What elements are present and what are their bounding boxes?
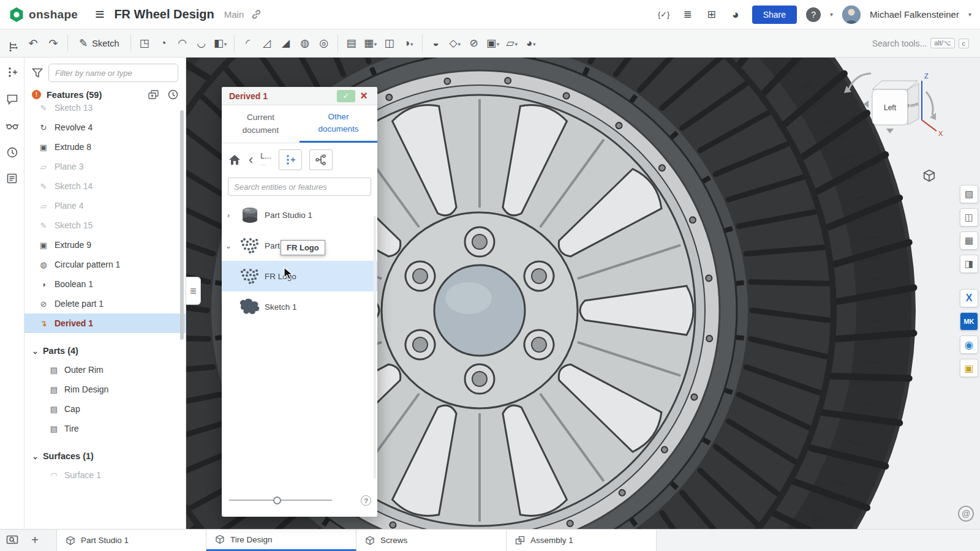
cad-app-icon[interactable]: ◫ bbox=[960, 208, 978, 227]
tool-shell[interactable]: ◍ bbox=[296, 34, 314, 53]
x-app-icon[interactable]: X bbox=[960, 289, 978, 307]
sketch-button[interactable]: ✎ Sketch bbox=[73, 34, 126, 52]
redo-button[interactable]: ↷ bbox=[44, 37, 62, 50]
tool-linear-pattern[interactable]: ▦▾ bbox=[362, 34, 379, 53]
globe-app-icon[interactable]: ◉ bbox=[960, 335, 978, 354]
tool-sheet-metal[interactable]: ▱▾ bbox=[503, 34, 521, 53]
notes-icon[interactable] bbox=[6, 173, 18, 184]
tool-fillet[interactable]: ◜ bbox=[239, 34, 257, 53]
workspace-name[interactable]: Main bbox=[224, 9, 244, 20]
chevron-right-icon[interactable]: › bbox=[222, 211, 235, 220]
help-icon[interactable]: ? bbox=[806, 7, 821, 22]
feature-item-extrude-8[interactable]: ▣Extrude 8 bbox=[24, 137, 186, 157]
tool-transform[interactable]: ◇▾ bbox=[447, 34, 464, 53]
duplicate-icon[interactable] bbox=[148, 90, 159, 99]
tab-current-document[interactable]: Current document bbox=[222, 105, 300, 143]
tab-assembly-1[interactable]: Assembly 1 bbox=[507, 530, 657, 551]
home-icon[interactable] bbox=[228, 154, 241, 166]
feature-item-sketch-14[interactable]: ✎Sketch 14 bbox=[24, 176, 186, 196]
view-cube[interactable]: Left Front Z X bbox=[834, 66, 944, 158]
history-icon[interactable] bbox=[7, 147, 18, 158]
tool-draft[interactable]: ◢ bbox=[277, 34, 295, 53]
tool-boolean[interactable]: ◑▾ bbox=[400, 34, 417, 53]
render-studio-icon[interactable]: ▨ bbox=[960, 185, 978, 203]
tool-surface[interactable]: ◕▾ bbox=[522, 34, 540, 53]
feature-item-circular-pattern-1[interactable]: ◍Circular pattern 1 bbox=[24, 255, 186, 274]
mk-app-icon[interactable]: MK bbox=[960, 312, 978, 331]
user-caret-icon[interactable]: ▾ bbox=[968, 11, 971, 18]
tab-other-documents[interactable]: Other documents bbox=[300, 105, 377, 143]
feature-item-plane-4[interactable]: ▱Plane 4 bbox=[24, 196, 186, 216]
configurations-icon[interactable] bbox=[6, 66, 18, 78]
surface-item-surface-1[interactable]: ◠Surface 1 bbox=[24, 465, 186, 485]
part-item-cap[interactable]: ▤Cap bbox=[24, 399, 186, 419]
tool-thicken[interactable]: ◧▾ bbox=[212, 34, 229, 53]
dialog-scrollbar[interactable] bbox=[374, 216, 376, 479]
part-item-outer-rim[interactable]: ▤Outer Rim bbox=[24, 360, 186, 380]
dialog-help-icon[interactable]: ? bbox=[361, 495, 371, 506]
user-avatar[interactable] bbox=[842, 6, 861, 24]
search-tools[interactable]: Search tools... alt/⌥ c bbox=[872, 38, 975, 48]
apps-grid-icon[interactable]: ⊞ bbox=[704, 8, 719, 21]
layers-app-icon[interactable]: ▦ bbox=[960, 231, 978, 250]
tab-manager-icon[interactable] bbox=[0, 530, 24, 551]
tool-rib[interactable]: ▤ bbox=[343, 34, 360, 53]
surfaces-section-header[interactable]: ⌄ Surfaces (1) bbox=[24, 447, 186, 465]
new-tab-button[interactable]: + bbox=[24, 530, 45, 551]
tool-modify-fillet[interactable]: ▣▾ bbox=[484, 34, 502, 53]
tool-mirror[interactable]: ◫ bbox=[381, 34, 398, 53]
box-app-icon[interactable]: ▣ bbox=[960, 359, 978, 377]
rollback-history-icon[interactable] bbox=[168, 89, 178, 100]
filter-input[interactable] bbox=[48, 64, 178, 82]
undo-button[interactable]: ↶ bbox=[24, 37, 42, 50]
part-item-tire[interactable]: ▤Tire bbox=[24, 419, 186, 438]
breadcrumb[interactable]: L... … bbox=[260, 152, 271, 167]
cancel-button[interactable]: × bbox=[355, 89, 372, 103]
tools-app-icon[interactable]: ◨ bbox=[960, 255, 978, 273]
tree-item-part-studio-1[interactable]: › Part Studio 1 bbox=[222, 200, 377, 230]
feature-item-plane-3[interactable]: ▱Plane 3 bbox=[24, 157, 186, 176]
feature-panel-scrollbar[interactable] bbox=[180, 110, 184, 340]
entity-search-input[interactable] bbox=[228, 178, 371, 196]
feature-item-derived-1[interactable]: ↴Derived 1 bbox=[24, 313, 186, 333]
chevron-down-icon[interactable]: ⌄ bbox=[222, 241, 235, 250]
parts-section-header[interactable]: ⌄ Parts (4) bbox=[24, 342, 186, 360]
tool-extrude[interactable]: ◳ bbox=[136, 34, 153, 53]
part-item-rim-design[interactable]: ▤Rim Design bbox=[24, 380, 186, 399]
feature-item-delete-part-1[interactable]: ⊘Delete part 1 bbox=[24, 294, 186, 313]
default-view-icon[interactable] bbox=[921, 168, 937, 184]
usage-pie-icon[interactable]: ◕ bbox=[728, 8, 743, 21]
feature-item-revolve-4[interactable]: ↻Revolve 4 bbox=[24, 118, 186, 137]
tree-item-sketch-1[interactable]: Sketch 1 bbox=[222, 291, 377, 322]
feature-item-sketch-13[interactable]: ✎Sketch 13 bbox=[24, 103, 186, 118]
help-caret-icon[interactable]: ▾ bbox=[830, 11, 833, 18]
tool-loft[interactable]: ◡ bbox=[193, 34, 210, 53]
share-button[interactable]: Share bbox=[752, 6, 797, 24]
thumbnail-size-slider-handle[interactable] bbox=[273, 497, 281, 504]
onshape-logo[interactable]: onshape bbox=[9, 7, 78, 23]
filter-funnel-icon[interactable] bbox=[32, 68, 43, 78]
insert-configured-button[interactable] bbox=[279, 149, 302, 170]
tool-hole[interactable]: ◎ bbox=[315, 34, 333, 53]
tool-delete-face[interactable]: ⊘ bbox=[466, 34, 483, 53]
comments-icon[interactable] bbox=[6, 93, 18, 105]
document-list-icon[interactable]: ≣ bbox=[680, 8, 695, 21]
feature-item-sketch-15[interactable]: ✎Sketch 15 bbox=[24, 216, 186, 235]
dialog-title-bar[interactable]: Derived 1 ✓ × bbox=[222, 87, 377, 105]
derive-branch-button[interactable] bbox=[309, 149, 333, 170]
panel-drag-handle[interactable]: ≣ bbox=[186, 277, 201, 305]
feature-item-extrude-9[interactable]: ▣Extrude 9 bbox=[24, 235, 186, 255]
tool-sweep[interactable]: ◠ bbox=[174, 34, 191, 53]
back-chevron-icon[interactable]: ‹ bbox=[249, 153, 253, 167]
feature-list-toggle[interactable] bbox=[5, 34, 22, 53]
tool-revolve[interactable]: ◔ bbox=[155, 34, 172, 53]
main-menu-icon[interactable]: ≡ bbox=[95, 5, 104, 24]
tab-part-studio-1[interactable]: Part Studio 1 bbox=[56, 530, 206, 551]
tab-tire-design[interactable]: Tire Design bbox=[206, 530, 356, 551]
tool-split[interactable]: ◒ bbox=[428, 34, 445, 53]
share-link-icon[interactable] bbox=[251, 9, 262, 20]
tab-screws[interactable]: Screws bbox=[356, 530, 507, 551]
tool-chamfer[interactable]: ◿ bbox=[258, 34, 276, 53]
follow-mode-icon[interactable] bbox=[6, 120, 19, 132]
tree-item-fr-logo[interactable]: FR Logo bbox=[222, 261, 377, 291]
